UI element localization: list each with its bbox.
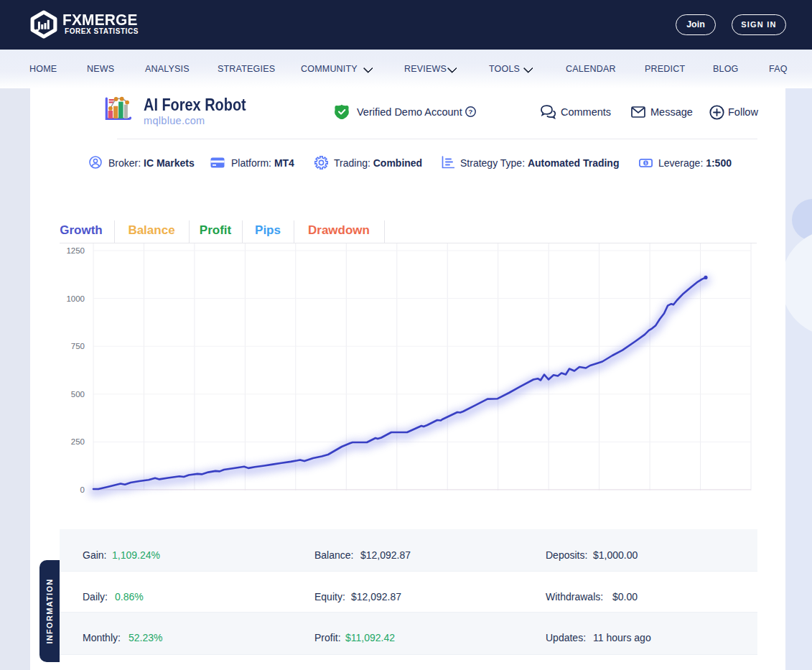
svg-text:1000: 1000 bbox=[66, 294, 85, 303]
svg-text:500: 500 bbox=[71, 390, 85, 399]
svg-text:250: 250 bbox=[71, 437, 85, 446]
svg-text:?: ? bbox=[469, 108, 473, 116]
svg-text:750: 750 bbox=[71, 342, 85, 350]
svg-text:0: 0 bbox=[80, 485, 85, 494]
svg-text:1250: 1250 bbox=[66, 246, 85, 255]
